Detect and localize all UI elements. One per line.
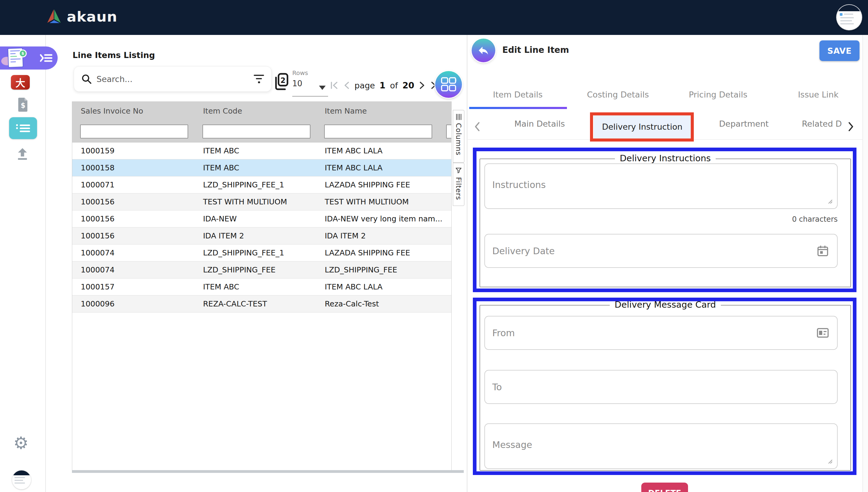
delivery-instructions-legend: Delivery Instructions xyxy=(615,153,716,164)
delivery-date-field[interactable] xyxy=(484,234,838,268)
cell-name: ITEM ABC LALA xyxy=(325,159,383,176)
from-input[interactable] xyxy=(485,317,837,349)
page-word: page xyxy=(354,81,375,90)
to-input[interactable] xyxy=(485,370,837,403)
to-field[interactable] xyxy=(484,370,838,404)
subtab-related-truncated[interactable]: Related D xyxy=(802,119,844,128)
expand-sidebar-button[interactable] xyxy=(34,47,58,70)
calendar-icon[interactable] xyxy=(816,245,829,257)
from-field[interactable] xyxy=(484,316,838,350)
col-header-code[interactable]: Item Code xyxy=(203,102,242,121)
subtabs-scroll-right-button[interactable] xyxy=(847,121,854,132)
next-page-button[interactable] xyxy=(419,80,425,90)
resize-handle-icon[interactable] xyxy=(827,199,833,204)
pagination: page 1 of 20 xyxy=(330,76,439,94)
table-horizontal-scrollbar[interactable] xyxy=(72,470,464,473)
table-body: 1000159ITEM ABCITEM ABC LALA1000158ITEM … xyxy=(72,143,451,313)
left-sidebar: $ 大 $ ⚙ xyxy=(0,35,46,492)
col-header-invoice[interactable]: Sales Invoice No xyxy=(81,102,143,121)
search-bar[interactable] xyxy=(74,66,272,92)
table-row[interactable]: 1000158ITEM ABCITEM ABC LALA xyxy=(72,159,451,176)
resize-handle-icon[interactable] xyxy=(827,459,833,464)
search-icon xyxy=(81,74,91,84)
table-row[interactable]: 1000074LZD_SHIPPING_FEELZD_SHIPPING_FEE xyxy=(72,262,451,278)
cell-invoice: 1000074 xyxy=(81,262,114,278)
message-textarea[interactable] xyxy=(485,424,837,468)
rows-label: Rows xyxy=(292,69,329,76)
delivery-date-input[interactable] xyxy=(485,235,837,267)
svg-text:$: $ xyxy=(21,101,25,109)
table-row[interactable]: 1000156IDA ITEM 2IDA ITEM 2 xyxy=(72,227,451,245)
columns-icon xyxy=(456,114,461,120)
subtabs-scroll-left-button[interactable] xyxy=(473,121,481,132)
akaun-triangle-icon xyxy=(46,7,62,25)
prev-page-button[interactable] xyxy=(343,80,350,90)
table-row[interactable]: 1000096REZA-CALC-TESTReza-Calc-Test xyxy=(72,295,451,313)
table-row[interactable]: 1000159ITEM ABCITEM ABC LALA xyxy=(72,143,451,159)
table-row[interactable]: 1000157ITEM ABCITEM ABC LALA xyxy=(72,278,451,295)
tab-item-details[interactable]: Item Details xyxy=(468,90,568,99)
tab-pricing-details[interactable]: Pricing Details xyxy=(668,90,768,99)
sidebar-profile-avatar[interactable] xyxy=(12,470,31,489)
delete-button[interactable]: DELETE xyxy=(641,483,688,492)
filter-list-icon[interactable] xyxy=(254,75,264,83)
sidebar-item-sales-doc[interactable]: $ xyxy=(17,97,29,112)
chevron-list-icon xyxy=(40,53,53,63)
subtab-delivery-instruction-active[interactable]: Delivery Instruction xyxy=(594,114,691,140)
duplicate-pages-icon[interactable]: 2 xyxy=(274,73,288,91)
save-button[interactable]: SAVE xyxy=(819,41,860,61)
subtab-main-details[interactable]: Main Details xyxy=(512,119,567,128)
cell-invoice: 1000156 xyxy=(81,227,114,244)
grid-view-button[interactable] xyxy=(435,71,462,98)
cell-invoice: 1000157 xyxy=(81,278,114,295)
panel-scrollbar[interactable] xyxy=(863,35,868,492)
filter-input-name[interactable] xyxy=(324,124,432,139)
funnel-icon xyxy=(455,167,462,174)
table-header-row: Sales Invoice No Item Code Item Name xyxy=(72,102,451,121)
sidebar-item-dahua-app[interactable]: 大 xyxy=(11,75,30,90)
instructions-textarea[interactable] xyxy=(485,164,837,208)
first-page-button[interactable] xyxy=(330,80,339,90)
brand-logo[interactable]: akaun xyxy=(46,7,117,25)
instructions-char-count: 0 characters xyxy=(698,215,838,223)
cell-code: ITEM ABC xyxy=(203,278,239,295)
contact-card-icon[interactable] xyxy=(816,327,829,339)
cell-name: LZD_SHIPPING_FEE xyxy=(325,262,397,278)
subtab-department[interactable]: Department xyxy=(715,119,773,128)
cell-invoice: 1000158 xyxy=(81,159,114,176)
message-field[interactable] xyxy=(484,423,838,469)
cell-name: ITEM ABC LALA xyxy=(325,278,383,295)
filter-input-extra[interactable] xyxy=(446,124,452,139)
cell-invoice: 1000071 xyxy=(81,176,114,193)
cell-name: IDA ITEM 2 xyxy=(325,227,366,244)
col-header-name[interactable]: Item Name xyxy=(325,102,367,121)
instructions-field[interactable] xyxy=(484,164,838,209)
brand-name: akaun xyxy=(67,8,117,25)
filters-side-tab[interactable]: Filters xyxy=(453,163,464,206)
chevron-down-icon[interactable] xyxy=(319,85,326,90)
tab-issue-link[interactable]: Issue Link xyxy=(768,90,868,99)
top-navbar: akaun xyxy=(0,0,868,35)
table-row[interactable]: 1000071LZD_SHIPPING_FEE_1LAZADA SHIPPING… xyxy=(72,176,451,194)
user-avatar[interactable] xyxy=(837,5,862,30)
settings-gear-icon[interactable]: ⚙ xyxy=(14,435,29,451)
table-row[interactable]: 1000156TEST WITH MULTIUOMTEST WITH MULTI… xyxy=(72,194,451,211)
table-row[interactable]: 1000156IDA-NEWIDA-NEW very long item nam… xyxy=(72,211,451,227)
sidebar-item-line-items-active[interactable] xyxy=(9,117,37,139)
cell-code: ITEM ABC xyxy=(203,143,239,159)
sidebar-item-upload[interactable] xyxy=(16,147,29,160)
columns-side-tab[interactable]: Columns xyxy=(453,110,464,163)
filter-input-code[interactable] xyxy=(203,124,311,139)
filter-input-invoice[interactable] xyxy=(80,124,188,139)
of-word: of xyxy=(390,81,398,90)
rows-per-page-select[interactable]: Rows 10 xyxy=(292,69,329,88)
svg-text:2: 2 xyxy=(281,76,286,85)
tab-costing-details[interactable]: Costing Details xyxy=(568,90,668,99)
current-page: 1 xyxy=(379,80,385,91)
columns-tab-label: Columns xyxy=(455,123,463,155)
total-pages: 20 xyxy=(402,80,414,91)
back-button[interactable] xyxy=(472,39,495,62)
table-row[interactable]: 1000074LZD_SHIPPING_FEE_1LAZADA SHIPPING… xyxy=(72,245,451,262)
cell-code: TEST WITH MULTIUOM xyxy=(203,194,287,210)
search-input[interactable] xyxy=(97,74,254,84)
